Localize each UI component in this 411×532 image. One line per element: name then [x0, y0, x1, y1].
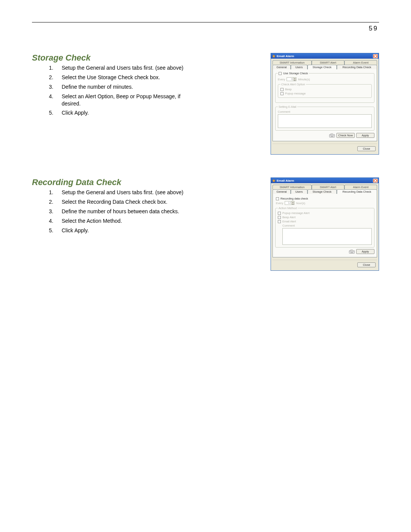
- header-rule: [32, 22, 379, 22]
- steps-storage-check: Setup the General and Users tabs first. …: [46, 64, 196, 117]
- checkbox-recording-data-check[interactable]: [276, 197, 279, 200]
- fieldset-alert-option: Check Alert Option Beep Popup message: [278, 83, 372, 98]
- spin-hours[interactable]: 12 ▲▼: [285, 201, 295, 205]
- section-storage-check: Storage Check Setup the General and User…: [32, 53, 379, 155]
- tab-storage-check[interactable]: Storage Check: [307, 65, 337, 69]
- steps-recording-data-check: Setup the General and Users tabs first. …: [46, 189, 196, 234]
- label-unit: hour(s): [296, 201, 305, 205]
- tab-recording-data-check[interactable]: Recording Data Check: [337, 189, 377, 194]
- legend-action-method: Action Method: [278, 206, 298, 210]
- step-item: Define the number of hours between data …: [55, 208, 196, 215]
- svg-rect-5: [333, 135, 333, 136]
- tab-general[interactable]: General: [272, 189, 291, 194]
- label-comment: Comment: [282, 224, 372, 227]
- app-icon: [272, 54, 276, 58]
- checkbox-email-alert[interactable]: [278, 220, 281, 223]
- spin-value[interactable]: 12: [285, 201, 292, 205]
- textarea-comment[interactable]: [278, 114, 372, 128]
- spin-value[interactable]: 0: [287, 77, 293, 81]
- heading-recording-data-check: Recording Data Check: [32, 177, 196, 187]
- section-recording-data-check: Recording Data Check Setup the General a…: [32, 177, 379, 271]
- step-item: Select an Alert Option, Beep or Popup Me…: [55, 93, 196, 107]
- svg-rect-24: [353, 252, 354, 252]
- checkbox-label: Email Alert: [282, 220, 296, 223]
- fieldset-action-method: Action Method Popup message Alert Beep A…: [275, 206, 374, 248]
- tab-users[interactable]: Users: [291, 189, 307, 194]
- label-every: Every: [276, 201, 283, 205]
- label-unit: Minute(s): [298, 78, 310, 81]
- svg-rect-10: [333, 136, 333, 136]
- checkbox-label: Use Storage Check: [283, 72, 308, 75]
- step-item: Click Apply.: [55, 227, 196, 234]
- svg-rect-14: [350, 251, 350, 252]
- heading-storage-check: Storage Check: [32, 53, 196, 63]
- tab-alarm-event[interactable]: Alarm Event: [344, 60, 377, 65]
- tab-users[interactable]: Users: [291, 65, 307, 69]
- step-item: Define the number of minutes.: [55, 83, 196, 91]
- keyboard-icon[interactable]: [329, 133, 335, 138]
- tab-smart-alert[interactable]: SMART Alert: [312, 60, 344, 65]
- checkbox-popup-message[interactable]: [280, 92, 284, 95]
- window-title: Email Alarm: [277, 54, 294, 58]
- tab-storage-check[interactable]: Storage Check: [307, 189, 337, 194]
- svg-rect-7: [330, 136, 331, 136]
- svg-rect-6: [334, 135, 334, 136]
- dialog-email-alarm-recording: Email Alarm SMART Information SMART Aler…: [271, 177, 379, 271]
- close-icon[interactable]: [373, 54, 378, 58]
- svg-rect-19: [354, 251, 354, 252]
- svg-rect-25: [350, 252, 353, 253]
- svg-rect-3: [331, 135, 332, 136]
- apply-button[interactable]: Apply: [356, 249, 374, 254]
- close-icon[interactable]: [373, 179, 378, 183]
- tab-recording-data-check[interactable]: Recording Data Check: [337, 65, 377, 69]
- close-button[interactable]: Close: [357, 146, 376, 151]
- check-now-button[interactable]: Check Now: [336, 133, 355, 138]
- titlebar[interactable]: Email Alarm: [271, 53, 379, 59]
- tab-panel-recording-data-check: Recording data check Every 12 ▲▼ hour(s)…: [272, 193, 377, 257]
- svg-rect-12: [331, 136, 333, 137]
- apply-button[interactable]: Apply: [356, 133, 374, 138]
- svg-rect-20: [350, 252, 350, 252]
- tab-strip: SMART Information SMART Alert Alarm Even…: [272, 60, 377, 69]
- checkbox-beep-alert[interactable]: [278, 216, 281, 219]
- svg-rect-2: [331, 135, 331, 136]
- checkbox-label: Beep: [285, 88, 292, 91]
- checkbox-popup-alert[interactable]: [278, 212, 281, 215]
- legend-setting-email: Setting E-Mail: [278, 105, 297, 109]
- step-item: Setup the General and Users tabs first. …: [55, 189, 196, 196]
- tab-smart-information[interactable]: SMART Information: [272, 60, 312, 65]
- checkbox-beep[interactable]: [280, 88, 284, 91]
- step-item: Select the Use Storage Check check box.: [55, 74, 196, 81]
- svg-rect-8: [331, 136, 331, 136]
- fieldset-use-storage-check: Use Storage Check Every 0 ▲▼ Minute(s): [275, 72, 374, 103]
- svg-rect-21: [351, 252, 351, 252]
- tab-strip: SMART Information SMART Alert Alarm Even…: [272, 185, 377, 194]
- tab-alarm-event[interactable]: Alarm Event: [344, 185, 377, 189]
- tab-smart-alert[interactable]: SMART Alert: [312, 185, 344, 189]
- svg-rect-9: [332, 136, 332, 136]
- svg-rect-11: [333, 136, 334, 136]
- tab-general[interactable]: General: [272, 65, 291, 69]
- window-title: Email Alarm: [277, 179, 294, 182]
- spin-minutes[interactable]: 0 ▲▼: [287, 77, 296, 81]
- step-item: Select the Action Method.: [55, 217, 196, 225]
- svg-rect-23: [352, 252, 353, 252]
- legend-alert-option: Check Alert Option: [280, 83, 306, 86]
- spin-buttons[interactable]: ▲▼: [292, 201, 295, 205]
- label-every: Every: [278, 78, 285, 81]
- checkbox-use-storage-check[interactable]: [279, 72, 282, 75]
- step-item: Click Apply.: [55, 109, 196, 117]
- keyboard-icon[interactable]: [349, 249, 355, 254]
- svg-rect-15: [350, 251, 351, 252]
- textarea-comment[interactable]: [282, 228, 372, 245]
- svg-rect-1: [330, 135, 330, 136]
- tab-smart-information[interactable]: SMART Information: [272, 185, 312, 189]
- titlebar[interactable]: Email Alarm: [271, 178, 379, 183]
- checkbox-label: Recording data check: [280, 197, 308, 200]
- spin-buttons[interactable]: ▲▼: [293, 77, 296, 81]
- close-button[interactable]: Close: [357, 262, 376, 267]
- dialog-email-alarm-storage: Email Alarm SMART Information SMART Aler…: [271, 53, 379, 155]
- svg-rect-17: [352, 251, 352, 252]
- checkbox-label: Popup message: [285, 92, 306, 95]
- label-comment: Comment: [278, 110, 372, 113]
